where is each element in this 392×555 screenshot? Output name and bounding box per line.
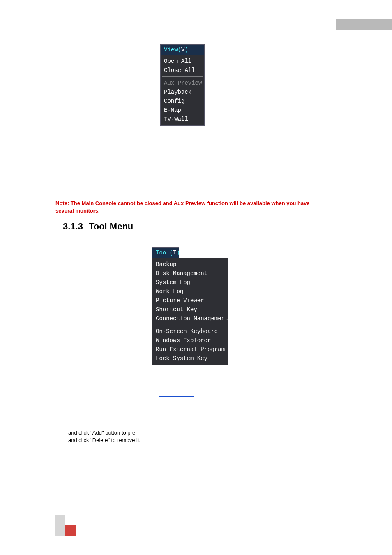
menu-item-emap[interactable]: E-Map [161, 106, 204, 115]
header-rule [55, 35, 322, 35]
logo-square-gray-top [55, 515, 65, 525]
section-heading-number: 3.1.3 [63, 221, 83, 231]
view-menu-figure: View(V) Open All Close All Aux Preview P… [160, 44, 205, 126]
section-heading-title: Tool Menu [89, 221, 133, 231]
tool-menu-title[interactable]: Tool(T) [152, 247, 179, 258]
menu-item-run-external[interactable]: Run External Program [152, 345, 228, 354]
tool-menu-figure: Tool(T) Backup Disk Management System Lo… [152, 247, 228, 365]
body-paragraph-line-2: and click "Delete" to remove it. [68, 437, 322, 444]
view-menu-title[interactable]: View(V) [160, 44, 205, 55]
view-menu-title-suffix: ) [184, 46, 188, 53]
header-accent-block [336, 19, 392, 30]
menu-item-lock-system-key[interactable]: Lock System Key [152, 354, 228, 363]
menu-item-work-log[interactable]: Work Log [152, 287, 228, 296]
tool-menu-title-prefix: Tool( [156, 250, 173, 256]
menu-item-onscreen-keyboard[interactable]: On-Screen Keyboard [152, 327, 228, 336]
view-menu-title-prefix: View( [164, 46, 181, 53]
menu-item-disk-management[interactable]: Disk Management [152, 269, 228, 278]
note-text: Note: The Main Console cannot be closed … [55, 200, 322, 214]
view-menu-group-1: Open All Close All [161, 55, 204, 76]
view-menu-group-2: Aux Preview Playback Config E-Map TV-Wal… [161, 77, 204, 125]
menu-item-playback[interactable]: Playback [161, 88, 204, 97]
menu-item-picture-viewer[interactable]: Picture Viewer [152, 296, 228, 305]
menu-item-backup[interactable]: Backup [152, 260, 228, 269]
body-paragraph-line-1: and click "Add" button to pre [68, 429, 322, 437]
menu-item-tvwall[interactable]: TV-Wall [161, 115, 204, 124]
tool-menu-title-suffix: ) [176, 250, 180, 256]
logo-square-red [65, 525, 76, 536]
menu-item-connection-management[interactable]: Connection Management [152, 314, 228, 323]
link-underline-fragment [159, 396, 194, 397]
menu-item-windows-explorer[interactable]: Windows Explorer [152, 336, 228, 345]
document-page: View(V) Open All Close All Aux Preview P… [0, 0, 392, 555]
menu-item-open-all[interactable]: Open All [161, 57, 204, 66]
menu-item-system-log[interactable]: System Log [152, 278, 228, 287]
tool-menu-body: Backup Disk Management System Log Work L… [152, 258, 228, 365]
view-menu-body: Open All Close All Aux Preview Playback … [160, 55, 205, 126]
logo-square-gray-bottom [55, 525, 65, 536]
menu-item-close-all[interactable]: Close All [161, 66, 204, 75]
menu-item-shortcut-key[interactable]: Shortcut Key [152, 305, 228, 314]
tool-menu-group-2: On-Screen Keyboard Windows Explorer Run … [152, 325, 228, 365]
menu-item-aux-preview: Aux Preview [161, 79, 204, 88]
section-heading: 3.1.3Tool Menu [63, 221, 133, 232]
menu-item-config[interactable]: Config [161, 97, 204, 106]
tool-menu-group-1: Backup Disk Management System Log Work L… [152, 258, 228, 325]
